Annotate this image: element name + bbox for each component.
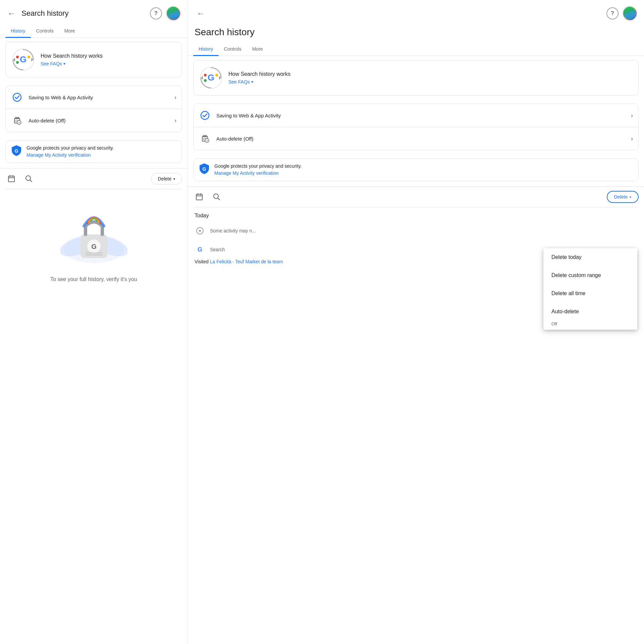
left-google-logo-svg: G: [11, 48, 35, 72]
left-autodelete-label: Auto-delete (Off): [29, 118, 174, 123]
right-dropdown-autodelete[interactable]: Auto-delete: [543, 303, 637, 321]
left-delete-button[interactable]: Delete ▾: [151, 173, 182, 184]
right-autodelete-label: Auto-delete (Off): [216, 136, 631, 142]
svg-point-34: [204, 74, 207, 76]
left-avatar[interactable]: [166, 6, 181, 21]
right-google-logo: G: [199, 66, 223, 90]
right-delete-button[interactable]: Delete ▾: [607, 191, 639, 203]
left-shield-icon: G: [11, 145, 22, 156]
left-empty-state: G To see your full history, verify it's …: [0, 189, 187, 303]
right-tab-more[interactable]: More: [247, 42, 268, 56]
right-faqs-dropdown-icon: ▾: [251, 79, 253, 84]
right-help-icon[interactable]: ?: [606, 7, 619, 19]
left-saving-label: Saving to Web & App Activity: [29, 95, 174, 100]
left-page-title: Search history: [21, 9, 146, 18]
right-dropdown-delete-custom[interactable]: Delete custom range: [543, 266, 637, 284]
svg-point-53: [199, 230, 201, 232]
svg-point-37: [201, 111, 209, 119]
svg-text:↺: ↺: [206, 140, 208, 143]
right-avatar[interactable]: [623, 6, 637, 21]
left-tab-more[interactable]: More: [59, 24, 80, 38]
left-autodelete-chevron: ›: [174, 117, 176, 124]
right-privacy-main: Google protects your privacy and securit…: [214, 163, 633, 169]
left-saving-chevron: ›: [174, 94, 176, 101]
right-today-label: Today: [188, 207, 644, 221]
right-saving-chevron: ›: [631, 112, 633, 119]
left-faqs-dropdown-icon: ▾: [63, 61, 65, 66]
left-tab-controls[interactable]: Controls: [31, 24, 59, 38]
left-autodelete-item[interactable]: ↺ Auto-delete (Off) ›: [6, 109, 182, 132]
left-header: ← Search history ?: [0, 0, 187, 24]
right-delete-dropdown-icon: ▾: [630, 195, 631, 199]
right-visited-link2[interactable]: Teuf Market de la team: [235, 259, 283, 264]
right-dropdown-autodelete-sub: Off: [543, 321, 637, 330]
right-how-card: G How Search history works See FAQs ▾: [193, 60, 639, 96]
right-privacy-link[interactable]: Manage My Activity verification: [214, 170, 278, 176]
svg-rect-46: [196, 194, 202, 200]
left-autodelete-icon: ↺: [11, 114, 23, 126]
left-avatar-image: [167, 7, 180, 20]
right-calendar-icon[interactable]: [193, 191, 205, 203]
right-panel: ← ? Search history History Controls More…: [188, 0, 644, 644]
left-action-bar: Delete ▾: [0, 168, 187, 189]
right-activity-text: Some activity may n...: [210, 228, 256, 233]
right-visited-prefix: Visited: [195, 259, 210, 264]
left-empty-text: To see your full history, verify it's yo…: [50, 276, 137, 282]
right-tabs: History Controls More: [188, 42, 644, 56]
left-search-icon[interactable]: [23, 173, 35, 185]
svg-point-5: [28, 56, 30, 58]
right-page-title: Search history: [188, 24, 644, 42]
right-faqs-label: See FAQs: [228, 79, 250, 85]
left-tab-history[interactable]: History: [5, 24, 31, 38]
right-avatar-image: [624, 7, 636, 20]
right-visited-link1[interactable]: La Felicità: [210, 259, 231, 264]
left-see-faqs[interactable]: See FAQs ▾: [41, 61, 176, 66]
right-delete-dropdown-menu: Delete today Delete custom range Delete …: [543, 248, 637, 330]
right-saving-item[interactable]: Saving to Web & App Activity ›: [194, 104, 638, 127]
left-check-circle-icon: [11, 91, 23, 103]
svg-point-7: [13, 93, 21, 101]
left-faqs-label: See FAQs: [41, 61, 62, 66]
left-saving-item[interactable]: Saving to Web & App Activity ›: [6, 86, 182, 109]
left-panel: ← Search history ? History Controls More: [0, 0, 188, 644]
left-privacy-text: Google protects your privacy and securit…: [26, 145, 176, 158]
right-action-bar: Delete ▾: [188, 186, 644, 207]
right-menu-card: Saving to Web & App Activity › ↺ Auto-de…: [193, 104, 639, 150]
right-autodelete-icon: ↺: [199, 132, 211, 145]
right-see-faqs[interactable]: See FAQs ▾: [228, 79, 633, 85]
right-google-logo-svg: G: [199, 66, 223, 90]
svg-point-36: [204, 79, 207, 82]
right-dropdown-delete-today[interactable]: Delete today: [543, 248, 637, 266]
right-visited-sep: ·: [232, 259, 235, 264]
left-calendar-icon[interactable]: [5, 173, 17, 185]
svg-point-35: [215, 74, 218, 76]
left-help-icon[interactable]: ?: [150, 7, 162, 19]
right-tab-controls[interactable]: Controls: [219, 42, 247, 56]
svg-line-21: [30, 180, 32, 182]
right-header: ← ?: [188, 0, 644, 24]
left-delete-label: Delete: [158, 176, 171, 181]
right-autodelete-item[interactable]: ↺ Auto-delete (Off) ›: [194, 127, 638, 150]
svg-text:G: G: [20, 54, 26, 64]
svg-text:G: G: [208, 72, 214, 83]
right-activity-note: Some activity may n...: [188, 221, 644, 240]
right-dropdown-delete-alltime[interactable]: Delete all time: [543, 284, 637, 303]
right-tab-history[interactable]: History: [193, 42, 219, 56]
right-search-icon[interactable]: [211, 191, 223, 203]
right-how-text: How Search history works See FAQs ▾: [228, 71, 633, 85]
left-back-button[interactable]: ←: [5, 7, 17, 19]
right-privacy-text: Google protects your privacy and securit…: [214, 163, 633, 176]
svg-point-6: [16, 61, 19, 64]
left-lock-illustration: G: [60, 203, 127, 270]
right-back-button[interactable]: ←: [195, 7, 207, 19]
right-header-icons: ?: [606, 6, 637, 21]
right-activity-icon: [195, 225, 205, 236]
left-google-logo: G: [11, 48, 35, 72]
left-privacy-link[interactable]: Manage My Activity verification: [26, 152, 91, 158]
left-how-title: How Search history works: [41, 53, 176, 59]
left-privacy-main: Google protects your privacy and securit…: [26, 145, 176, 151]
right-delete-label: Delete: [614, 194, 628, 200]
right-how-title: How Search history works: [228, 71, 633, 77]
left-delete-dropdown-icon: ▾: [173, 177, 175, 181]
svg-text:G: G: [15, 148, 18, 154]
